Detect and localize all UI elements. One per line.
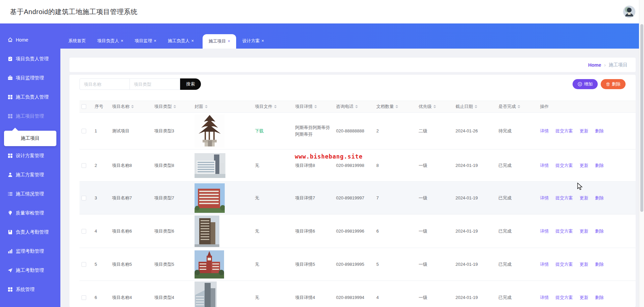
download-link[interactable]: 下载 — [255, 128, 264, 134]
detail-link[interactable]: 详情 — [540, 295, 549, 301]
submit-plan-link[interactable]: 提交方案 — [555, 261, 573, 267]
sidebar-item-quality-check[interactable]: 质量审检管理 — [0, 203, 60, 223]
tab-construction-leader[interactable]: 施工负责人× — [165, 34, 197, 49]
update-link[interactable]: 更新 — [580, 228, 588, 234]
cover-image-brown-tower[interactable] — [195, 216, 219, 247]
submit-plan-link[interactable]: 提交方案 — [555, 195, 573, 201]
delete-link[interactable]: 删除 — [595, 195, 604, 201]
sidebar-item-design-plan[interactable]: 设计方案管理 — [0, 146, 60, 165]
submit-plan-link[interactable]: 提交方案 — [555, 163, 573, 169]
project-table: 序号 项目名称 项目类型 封面 项目文件 项目详情 咨询电话 文档数量 优先级 … — [79, 101, 636, 307]
tab-design-plan[interactable]: 设计方案× — [239, 34, 267, 49]
delete-link[interactable]: 删除 — [595, 163, 604, 169]
cover-image-pagoda[interactable] — [195, 114, 225, 148]
delete-link[interactable]: 删除 — [595, 228, 604, 234]
content-area: Home › 施工项目 搜索 增加 — [60, 49, 644, 307]
delete-button[interactable]: 删除 — [601, 79, 626, 89]
delete-link[interactable]: 删除 — [595, 261, 604, 267]
home-icon — [7, 37, 13, 43]
table-row: 6 项目名称4 项目类型4 — [79, 281, 636, 307]
detail-link[interactable]: 详情 — [540, 261, 549, 267]
sort-caret[interactable] — [314, 105, 317, 108]
cover-image-red-building[interactable] — [195, 183, 225, 213]
sidebar-item-construction-plan[interactable]: 施工方案管理 — [0, 165, 60, 184]
detail-link[interactable]: 详情 — [540, 228, 549, 234]
sidebar-item-construction-status[interactable]: 施工情况管理 — [0, 184, 60, 203]
row-checkbox[interactable] — [82, 295, 86, 300]
status-text: 已完成 — [498, 228, 512, 234]
tab-project-supervisor[interactable]: 项目监理× — [132, 34, 159, 49]
detail-link[interactable]: 详情 — [540, 163, 549, 169]
breadcrumb-home-link[interactable]: Home — [588, 62, 601, 68]
sort-caret[interactable] — [433, 105, 436, 108]
update-link[interactable]: 更新 — [580, 295, 588, 301]
user-avatar[interactable] — [623, 6, 635, 18]
tab-close-icon[interactable]: × — [261, 38, 264, 43]
search-button[interactable]: 搜索 — [180, 78, 201, 90]
cover-image-church-building[interactable] — [195, 250, 224, 279]
search-project-type-input[interactable] — [130, 78, 180, 90]
bar-chart-icon — [7, 248, 13, 254]
sidebar-item-construction-leader[interactable]: 施工负责人管理 — [0, 87, 60, 107]
sort-caret[interactable] — [274, 105, 277, 108]
tab-project-leader[interactable]: 项目负责人× — [95, 34, 126, 49]
sidebar-item-project-supervisor[interactable]: 项目监理管理 — [0, 68, 60, 87]
submit-plan-link[interactable]: 提交方案 — [555, 228, 573, 234]
sidebar-item-supervisor-attendance[interactable]: 监理考勤管理 — [0, 242, 60, 261]
submit-plan-link[interactable]: 提交方案 — [555, 128, 573, 134]
tab-close-icon[interactable]: × — [191, 38, 194, 43]
submit-plan-link[interactable]: 提交方案 — [555, 295, 573, 301]
sidebar-item-construction-project[interactable]: 施工项目管理 — [0, 107, 60, 126]
sort-caret[interactable] — [395, 105, 398, 108]
sidebar-item-system[interactable]: 系统管理 — [0, 280, 60, 299]
cover-image-white-building[interactable] — [195, 153, 225, 178]
tab-close-icon[interactable]: × — [121, 38, 123, 43]
row-checkbox[interactable] — [82, 229, 86, 234]
list-icon — [7, 191, 13, 197]
tab-close-icon[interactable]: × — [154, 38, 157, 43]
sidebar-item-home[interactable]: Home — [0, 30, 60, 49]
delete-link[interactable]: 删除 — [595, 128, 604, 134]
detail-link[interactable]: 详情 — [540, 195, 549, 201]
sidebar-item-construction-attendance[interactable]: 施工考勤管理 — [0, 261, 60, 280]
cover-image-gray-building[interactable] — [195, 282, 217, 307]
tab-system-home[interactable]: 系统首页 — [66, 34, 89, 49]
update-link[interactable]: 更新 — [580, 195, 588, 201]
sort-caret[interactable] — [173, 105, 176, 108]
scrollbar-thumb[interactable] — [640, 24, 643, 212]
row-checkbox[interactable] — [82, 163, 86, 168]
tab-construction-project[interactable]: 施工项目× — [203, 34, 236, 49]
status-text: 已完成 — [498, 261, 512, 267]
breadcrumb: Home › 施工项目 — [69, 58, 636, 72]
row-checkbox[interactable] — [82, 262, 86, 267]
select-all-checkbox[interactable] — [82, 104, 86, 109]
update-link[interactable]: 更新 — [580, 128, 588, 134]
sidebar-item-leader-attendance[interactable]: 负责人考勤管理 — [0, 223, 60, 242]
sort-caret[interactable] — [518, 105, 520, 108]
status-text: 待完成 — [498, 128, 512, 134]
sort-caret[interactable] — [131, 105, 134, 108]
submenu-construction-project[interactable]: 施工项目 — [4, 131, 56, 146]
sort-caret[interactable] — [205, 105, 208, 108]
table-header-row: 序号 项目名称 项目类型 封面 项目文件 项目详情 咨询电话 文档数量 优先级 … — [79, 101, 636, 113]
toolbar: 搜索 增加 删除 — [79, 75, 626, 90]
breadcrumb-current: 施工项目 — [609, 62, 628, 68]
sidebar-item-project-leader[interactable]: 项目负责人管理 — [0, 49, 60, 68]
detail-link[interactable]: 详情 — [540, 128, 549, 134]
sidebar-item-label: 质量审检管理 — [16, 210, 44, 216]
app-window: 基于Android的建筑工地施工项目管理系统 Home — [0, 0, 644, 307]
row-checkbox[interactable] — [82, 129, 86, 133]
tab-close-icon[interactable]: × — [228, 39, 230, 44]
page-title: 基于Android的建筑工地施工项目管理系统 — [10, 7, 138, 16]
update-link[interactable]: 更新 — [580, 261, 588, 267]
update-link[interactable]: 更新 — [580, 163, 588, 169]
sidebar-item-label: 负责人考勤管理 — [16, 229, 49, 235]
sort-caret[interactable] — [355, 105, 358, 108]
sidebar-item-label: 施工项目管理 — [16, 113, 44, 119]
sidebar-item-label: 项目负责人管理 — [16, 56, 49, 62]
sort-caret[interactable] — [475, 105, 477, 108]
add-button[interactable]: 增加 — [573, 79, 598, 89]
delete-link[interactable]: 删除 — [595, 295, 604, 301]
search-project-name-input[interactable] — [79, 78, 130, 90]
row-checkbox[interactable] — [82, 196, 86, 200]
